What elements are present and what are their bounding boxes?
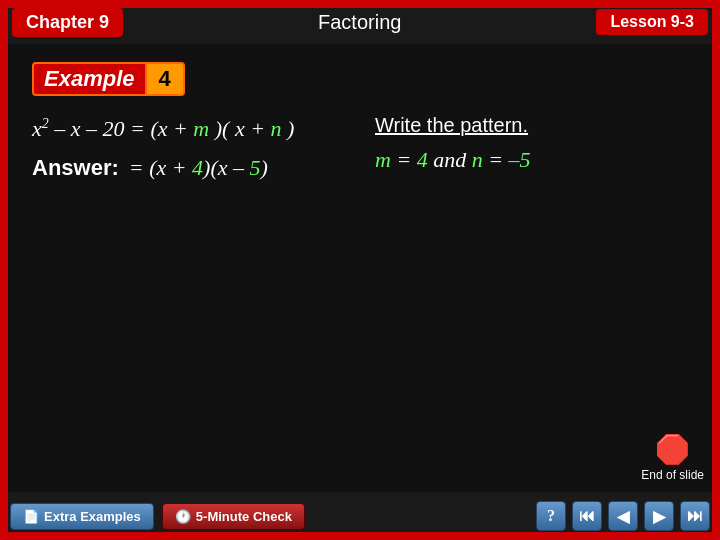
prev-slide-button[interactable]: ◀ bbox=[608, 501, 638, 531]
math-left: x2 – x – 20 = (x + m )( x + n ) Answer: … bbox=[32, 114, 345, 181]
first-icon: ⏮ bbox=[579, 507, 595, 525]
extra-examples-icon: 📄 bbox=[23, 509, 39, 524]
five-minute-check-button[interactable]: 🕐 5-Minute Check bbox=[162, 503, 305, 530]
prev-icon: ◀ bbox=[617, 507, 629, 526]
help-icon: ? bbox=[547, 507, 555, 525]
help-button[interactable]: ? bbox=[536, 501, 566, 531]
five-minute-check-icon: 🕐 bbox=[175, 509, 191, 524]
top-bar: Chapter 9 Factoring Lesson 9-3 bbox=[0, 0, 720, 44]
nav-buttons-group: ? ⏮ ◀ ▶ ⏭ bbox=[536, 501, 710, 531]
topic-label: Factoring bbox=[318, 11, 401, 34]
lesson-badge: Lesson 9-3 bbox=[596, 9, 708, 35]
end-of-slide-container: 🛑 End of slide bbox=[641, 433, 704, 482]
answer-line: Answer: = (x + 4)(x – 5) bbox=[32, 155, 345, 181]
last-slide-button[interactable]: ⏭ bbox=[680, 501, 710, 531]
example-number: 4 bbox=[147, 62, 185, 96]
main-equation: x2 – x – 20 = (x + m )( x + n ) bbox=[32, 114, 345, 145]
five-minute-check-label: 5-Minute Check bbox=[196, 509, 292, 524]
next-slide-button[interactable]: ▶ bbox=[644, 501, 674, 531]
chapter-badge: Chapter 9 bbox=[12, 8, 123, 37]
first-slide-button[interactable]: ⏮ bbox=[572, 501, 602, 531]
stop-sign-icon: 🛑 bbox=[655, 433, 690, 466]
extra-examples-button[interactable]: 📄 Extra Examples bbox=[10, 503, 154, 530]
main-content: Example 4 x2 – x – 20 = (x + m )( x + n … bbox=[8, 44, 712, 492]
math-content-row: x2 – x – 20 = (x + m )( x + n ) Answer: … bbox=[32, 114, 688, 181]
answer-expr: = (x + 4)(x – 5) bbox=[129, 155, 268, 181]
end-of-slide-label: End of slide bbox=[641, 468, 704, 482]
answer-label: Answer: bbox=[32, 155, 119, 181]
next-icon: ▶ bbox=[653, 507, 665, 526]
extra-examples-label: Extra Examples bbox=[44, 509, 141, 524]
var-x: x bbox=[32, 116, 42, 141]
write-pattern-text: Write the pattern. bbox=[375, 114, 688, 137]
example-label: Example bbox=[32, 62, 147, 96]
last-icon: ⏭ bbox=[687, 507, 703, 525]
mn-values: m = 4 and n = –5 bbox=[375, 147, 688, 173]
example-badge: Example 4 bbox=[32, 62, 688, 96]
math-right: Write the pattern. m = 4 and n = –5 bbox=[345, 114, 688, 173]
bottom-left-buttons: 📄 Extra Examples 🕐 5-Minute Check bbox=[10, 503, 305, 530]
bottom-bar: 📄 Extra Examples 🕐 5-Minute Check ? ⏮ ◀ … bbox=[0, 492, 720, 540]
